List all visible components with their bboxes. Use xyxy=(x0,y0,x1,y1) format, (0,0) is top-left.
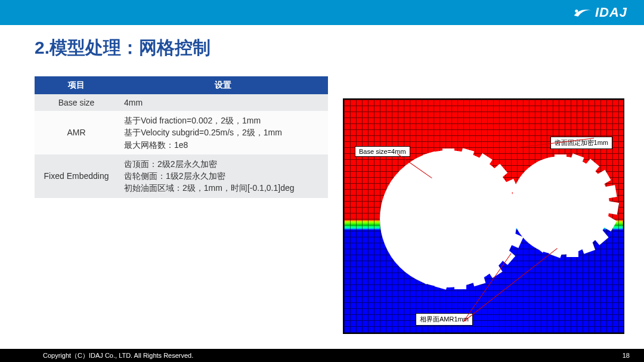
callout-fixed-embed: 齿面固定加密1mm xyxy=(550,137,612,149)
svg-point-0 xyxy=(575,10,578,13)
cell-item: AMR xyxy=(35,111,118,154)
top-bar: IDAJ xyxy=(0,0,644,25)
cell-value: 基于Void fraction=0.002，2级，1mm基于Velocity s… xyxy=(118,111,328,154)
copyright-text: Copyright（C）IDAJ Co., LTD. All Rights Re… xyxy=(43,351,193,360)
col-header-value: 设置 xyxy=(118,76,328,94)
table-row: Base size 4mm xyxy=(35,94,328,111)
simulation-figure: Base size=4mm 齿面固定加密1mm 相界面AMR1mm xyxy=(343,98,624,334)
table-row: Fixed Embedding 齿顶面：2级2层永久加密齿轮侧面：1级2层永久加… xyxy=(35,154,328,198)
config-table: 项目 设置 Base size 4mm AMR 基于Void fraction=… xyxy=(35,76,328,198)
brand-logo: IDAJ xyxy=(573,5,627,20)
callout-base-size: Base size=4mm xyxy=(355,146,410,157)
footer-bar: Copyright（C）IDAJ Co., LTD. All Rights Re… xyxy=(0,349,644,362)
cell-item: Fixed Embedding xyxy=(35,154,118,198)
brand-text: IDAJ xyxy=(595,5,627,20)
col-header-item: 项目 xyxy=(35,76,118,94)
slide-title: 2.模型处理：网格控制 xyxy=(35,36,210,60)
cell-value: 齿顶面：2级2层永久加密齿轮侧面：1级2层永久加密初始油面区域：2级，1mm，时… xyxy=(118,154,328,198)
large-gear-icon xyxy=(380,150,517,287)
slide: IDAJ 2.模型处理：网格控制 项目 设置 Base size 4mm AMR… xyxy=(0,0,644,362)
config-table-wrap: 项目 设置 Base size 4mm AMR 基于Void fraction=… xyxy=(35,76,328,198)
cell-item: Base size xyxy=(35,94,118,111)
swoosh-icon xyxy=(573,7,593,18)
table-row: AMR 基于Void fraction=0.002，2级，1mm基于Veloci… xyxy=(35,111,328,154)
cell-value: 4mm xyxy=(118,94,328,111)
small-gear-icon xyxy=(511,156,609,255)
page-number: 18 xyxy=(623,352,630,359)
